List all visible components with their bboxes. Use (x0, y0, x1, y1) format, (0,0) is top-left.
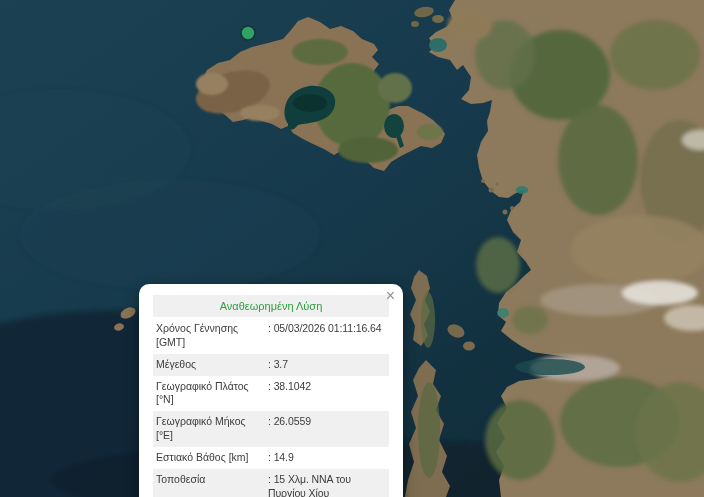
row-value: : 14.9 (262, 447, 389, 469)
row-depth: Εστιακό Βάθος [km] : 14.9 (153, 447, 389, 469)
row-longitude: Γεωγραφικό Μήκος [°E] : 26.0559 (153, 411, 389, 447)
event-marker-offshore[interactable] (241, 26, 255, 40)
gulf-of-gera (384, 114, 404, 138)
row-location: Τοποθεσία : 15 Χλμ. ΝΝΑ του Πυργίου Χίου (153, 469, 389, 497)
row-label: Γεωγραφικό Μήκος [°E] (153, 411, 262, 447)
row-value: : 05/03/2026 01:11:16.64 (262, 318, 389, 354)
row-label: Χρόνος Γέννησης [GMT] (153, 318, 262, 354)
row-magnitude: Μέγεθος : 3.7 (153, 354, 389, 376)
close-icon[interactable]: × (384, 286, 397, 306)
row-value: : 38.1042 (262, 376, 389, 412)
row-label: Γεωγραφικό Πλάτος [°N] (153, 376, 262, 412)
earthquake-popup: × Αναθεωρημένη Λύση Χρόνος Γέννησης [GMT… (139, 284, 403, 497)
popup-title: Αναθεωρημένη Λύση (153, 295, 389, 317)
row-origin-time: Χρόνος Γέννησης [GMT] : 05/03/2026 01:11… (153, 318, 389, 354)
row-latitude: Γεωγραφικό Πλάτος [°N] : 38.1042 (153, 376, 389, 412)
row-label: Μέγεθος (153, 354, 262, 376)
map-viewport[interactable]: × Αναθεωρημένη Λύση Χρόνος Γέννησης [GMT… (0, 0, 704, 497)
row-value: : 3.7 (262, 354, 389, 376)
row-label: Εστιακό Βάθος [km] (153, 447, 262, 469)
row-value: : 26.0559 (262, 411, 389, 447)
row-label: Τοποθεσία (153, 469, 262, 497)
row-value: : 15 Χλμ. ΝΝΑ του Πυργίου Χίου (262, 469, 389, 497)
